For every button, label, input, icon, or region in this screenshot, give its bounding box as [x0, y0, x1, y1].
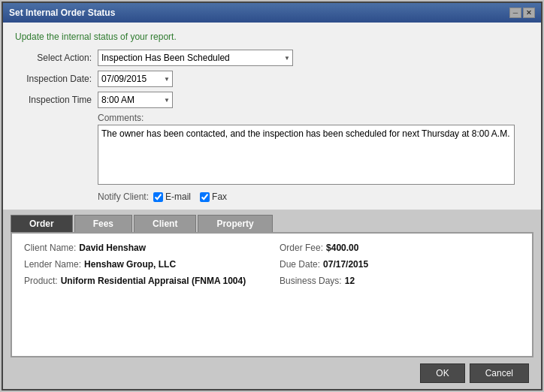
order-info-left: Client Name: David Henshaw Lender Name: …	[24, 243, 264, 286]
lender-name-value: Henshaw Group, LLC	[84, 259, 176, 270]
tab-content-order: Client Name: David Henshaw Lender Name: …	[11, 232, 533, 357]
title-bar: Set Internal Order Status ─ ✕	[3, 3, 541, 23]
minimize-button[interactable]: ─	[509, 8, 521, 18]
inspection-date-label: Inspection Date:	[15, 74, 98, 84]
main-window: Set Internal Order Status ─ ✕ Update the…	[2, 2, 542, 390]
notify-fax-item: Fax	[200, 191, 227, 202]
client-name-row: Client Name: David Henshaw	[24, 243, 264, 253]
notify-fax-checkbox[interactable]	[200, 192, 210, 202]
window-title: Set Internal Order Status	[9, 8, 115, 18]
comments-section: Comments:	[15, 113, 529, 187]
notify-email-label: E-mail	[165, 191, 191, 202]
tab-order[interactable]: Order	[11, 215, 73, 232]
inspection-time-label: Inspection Time	[15, 95, 98, 105]
business-days-row: Business Days: 12	[280, 276, 520, 286]
due-date-value: 07/17/2015	[323, 259, 368, 270]
notify-label: Notify Client:	[98, 191, 149, 202]
bottom-panel: Order Fees Client Property Client Name: …	[3, 210, 541, 357]
notify-fax-label: Fax	[212, 191, 227, 202]
business-days-key: Business Days:	[280, 276, 342, 286]
product-row: Product: Uniform Residential Appraisal (…	[24, 276, 264, 286]
update-text: Update the internal status of your repor…	[15, 32, 529, 42]
footer: OK Cancel	[3, 357, 541, 389]
top-panel: Update the internal status of your repor…	[3, 23, 541, 210]
title-bar-buttons: ─ ✕	[509, 8, 535, 18]
order-fee-row: Order Fee: $400.00	[280, 243, 520, 253]
product-key: Product:	[24, 276, 58, 286]
tabs-bar: Order Fees Client Property	[3, 210, 541, 232]
business-days-value: 12	[345, 276, 355, 286]
notify-row: Notify Client: E-mail Fax	[98, 191, 529, 202]
due-date-row: Due Date: 07/17/2015	[280, 259, 520, 270]
client-name-key: Client Name:	[24, 243, 76, 253]
product-value: Uniform Residential Appraisal (FNMA 1004…	[61, 276, 246, 286]
tab-client[interactable]: Client	[134, 215, 196, 232]
select-action-row: Select Action: Inspection Has Been Sched…	[15, 50, 529, 66]
notify-email-item: E-mail	[153, 191, 191, 202]
cancel-button[interactable]: Cancel	[470, 363, 529, 383]
lender-name-key: Lender Name:	[24, 259, 81, 270]
comments-textarea-wrapper	[98, 125, 515, 187]
select-action-dropdown[interactable]: Inspection Has Been Scheduled	[98, 50, 293, 66]
inspection-date-dropdown[interactable]: 07/09/2015	[98, 71, 173, 87]
select-action-wrapper: Inspection Has Been Scheduled	[98, 50, 293, 66]
order-info: Client Name: David Henshaw Lender Name: …	[24, 243, 520, 286]
close-button[interactable]: ✕	[523, 8, 535, 18]
inspection-time-dropdown[interactable]: 8:00 AM	[98, 92, 173, 108]
inspection-date-row: Inspection Date: 07/09/2015	[15, 71, 529, 87]
tab-fees[interactable]: Fees	[74, 215, 132, 232]
order-fee-value: $400.00	[326, 243, 358, 253]
inspection-time-row: Inspection Time 8:00 AM	[15, 92, 529, 108]
window-content: Update the internal status of your repor…	[3, 23, 541, 389]
client-name-value: David Henshaw	[79, 243, 146, 253]
inspection-time-wrapper: 8:00 AM	[98, 92, 173, 108]
select-action-label: Select Action:	[15, 53, 98, 63]
due-date-key: Due Date:	[280, 259, 320, 270]
lender-name-row: Lender Name: Henshaw Group, LLC	[24, 259, 264, 270]
comments-textarea[interactable]	[98, 125, 515, 185]
notify-email-checkbox[interactable]	[153, 192, 163, 202]
inspection-date-wrapper: 07/09/2015	[98, 71, 173, 87]
ok-button[interactable]: OK	[420, 363, 464, 383]
order-info-right: Order Fee: $400.00 Due Date: 07/17/2015 …	[280, 243, 520, 286]
tab-property[interactable]: Property	[198, 215, 272, 232]
comments-label: Comments:	[98, 113, 529, 123]
order-fee-key: Order Fee:	[280, 243, 323, 253]
